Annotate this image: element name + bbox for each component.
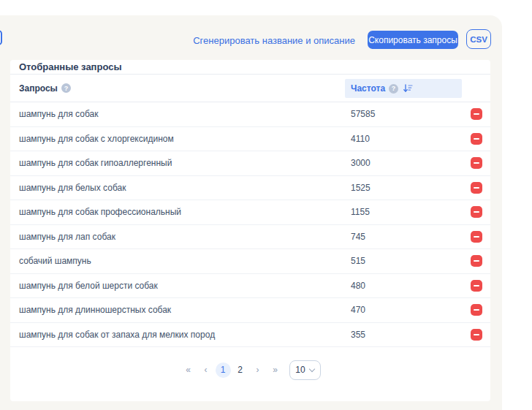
page-size-value: 10: [295, 365, 305, 375]
table-row: шампунь для собак с хлоргексидином 4110: [10, 127, 490, 152]
minus-icon: [474, 260, 479, 262]
pagination-last-button[interactable]: »: [267, 362, 284, 378]
column-header-queries-label: Запросы: [19, 83, 58, 94]
remove-query-button[interactable]: [471, 280, 482, 292]
question-circle-icon[interactable]: ?: [389, 84, 398, 94]
query-cell: шампунь для собак от запаха для мелких п…: [19, 330, 215, 340]
column-header-frequency-label: Частота: [351, 83, 385, 94]
remove-query-button[interactable]: [471, 182, 482, 194]
remove-query-button[interactable]: [471, 231, 482, 243]
copy-queries-button[interactable]: Скопировать запросы: [368, 31, 458, 49]
frequency-cell: 1525: [351, 183, 370, 193]
query-cell: шампунь для собак: [19, 109, 98, 119]
remove-query-button[interactable]: [471, 329, 482, 341]
remove-query-button[interactable]: [471, 206, 482, 218]
query-cell: шампунь для длинношерстных собак: [19, 305, 171, 315]
table-row: шампунь для собак от запаха для мелких п…: [10, 323, 490, 348]
minus-icon: [474, 113, 479, 115]
table-header-row: Запросы ? Частота ?: [10, 75, 490, 102]
pagination-prev-button[interactable]: ‹: [198, 362, 214, 378]
minus-icon: [474, 334, 479, 335]
page-size-select[interactable]: 10: [289, 360, 321, 380]
chevron-down-icon: [308, 365, 314, 371]
table-row: шампунь для собак профессиональный 1155: [10, 200, 490, 225]
frequency-cell: 745: [351, 232, 365, 242]
pagination: « ‹ 1 2 › » 10: [10, 347, 490, 392]
query-cell: шампунь для белых собак: [19, 183, 126, 193]
minus-icon: [474, 285, 479, 286]
remove-query-button[interactable]: [471, 304, 482, 316]
sort-descending-icon: [403, 83, 413, 94]
frequency-cell: 3000: [351, 158, 370, 168]
query-cell: шампунь для собак с хлоргексидином: [19, 134, 174, 144]
cutoff-left-button[interactable]: [0, 30, 2, 45]
remove-query-button[interactable]: [471, 108, 482, 120]
frequency-cell: 1155: [351, 207, 370, 217]
frequency-cell: 355: [351, 330, 365, 340]
table-row: шампунь для белой шерсти собак 480: [10, 274, 490, 299]
column-header-frequency-sorted[interactable]: Частота ?: [345, 79, 462, 98]
minus-icon: [474, 187, 479, 189]
csv-export-button[interactable]: CSV: [466, 29, 491, 49]
remove-query-button[interactable]: [471, 133, 482, 145]
selected-queries-card: Отобранные запросы Запросы ? Частота ?: [10, 60, 490, 401]
minus-icon: [474, 309, 479, 311]
pagination-page-1[interactable]: 1: [216, 362, 231, 378]
pagination-next-button[interactable]: ›: [250, 362, 266, 378]
minus-icon: [474, 236, 479, 238]
column-header-queries: Запросы ?: [19, 83, 71, 94]
pagination-page-2[interactable]: 2: [232, 362, 248, 378]
query-cell: собачий шампунь: [19, 256, 91, 266]
frequency-cell: 470: [351, 305, 365, 315]
query-cell: шампунь для лап собак: [19, 232, 115, 242]
frequency-cell: 480: [351, 281, 365, 291]
query-cell: шампунь для белой шерсти собак: [19, 281, 158, 291]
frequency-cell: 4110: [351, 134, 370, 144]
minus-icon: [474, 138, 479, 140]
table-row: собачий шампунь 515: [10, 249, 490, 274]
screen: Сгенерировать название и описание Скопир…: [0, 0, 532, 410]
query-cell: шампунь для собак профессиональный: [19, 207, 181, 217]
minus-icon: [474, 211, 479, 213]
card-title: Отобранные запросы: [10, 60, 490, 75]
remove-query-button[interactable]: [471, 157, 482, 169]
question-circle-icon[interactable]: ?: [61, 83, 71, 93]
minus-icon: [474, 162, 479, 164]
query-cell: шампунь для собак гипоаллергенный: [19, 158, 172, 168]
pagination-first-button[interactable]: «: [180, 362, 197, 378]
table-body: шампунь для собак 57585 шампунь для соба…: [10, 102, 490, 347]
remove-query-button[interactable]: [471, 255, 482, 267]
generate-title-description-link[interactable]: Сгенерировать название и описание: [193, 35, 355, 46]
frequency-cell: 57585: [351, 109, 375, 119]
table-row: шампунь для длинношерстных собак 470: [10, 298, 490, 323]
table-row: шампунь для лап собак 745: [10, 225, 490, 250]
table-row: шампунь для собак гипоаллергенный 3000: [10, 151, 490, 176]
frequency-cell: 515: [351, 256, 365, 266]
table-row: шампунь для собак 57585: [10, 102, 490, 127]
table-row: шампунь для белых собак 1525: [10, 176, 490, 201]
